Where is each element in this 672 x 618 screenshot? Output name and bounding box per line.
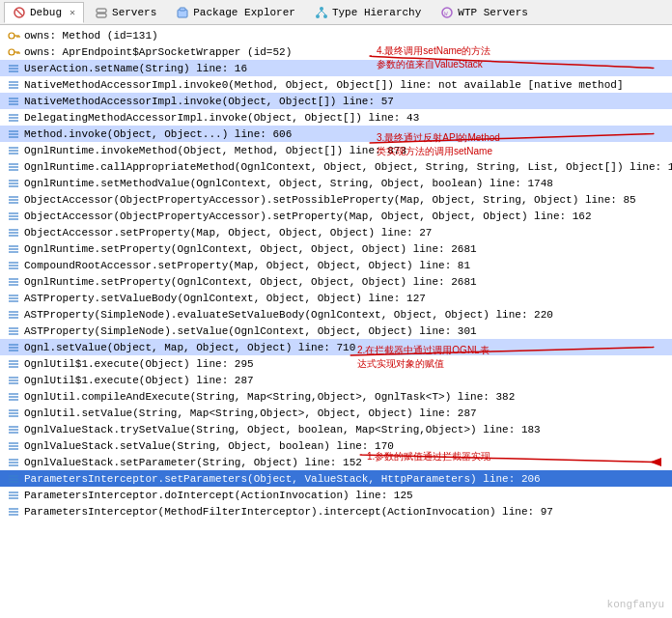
stack-frame-icon [6,356,21,372]
tab-package-label: Package Explorer [193,7,295,18]
svg-point-7 [316,14,320,18]
stack-frame-icon [6,389,21,405]
stack-frame-icon [6,291,21,306]
tab-wtp-servers[interactable]: W WTP Servers [432,2,537,23]
stack-frame-icon [6,94,21,109]
stack-frame-icon [6,159,21,175]
stack-item[interactable]: NativeMethodAccessorImpl.invoke0(Method,… [0,76,672,93]
stack-item-text: ParametersInterceptor.setParameters(Obje… [24,473,541,485]
stack-item-text: owns: Method (id=131) [24,30,158,42]
stack-item-text: OgnlRuntime.setProperty(OgnlContext, Obj… [24,243,477,255]
tab-debug-label: Debug [30,7,62,18]
stack-item[interactable]: OgnlRuntime.setMethodValue(OgnlContext, … [0,175,672,191]
stack-item[interactable]: CompoundRootAccessor.setProperty(Map, Ob… [0,257,672,273]
stack-item[interactable]: OgnlUtil$1.execute(Object) line: 295 [0,355,672,372]
stack-frame-icon [6,143,21,158]
stack-item-text: ObjectAccessor(ObjectPropertyAccessor).s… [24,211,592,222]
stack-item-text: OgnlUtil.compileAndExecute(String, Map<S… [24,391,515,403]
stack-item[interactable]: Ognl.setValue(Object, Map, Object, Objec… [0,339,672,355]
stack-item[interactable]: OgnlUtil.compileAndExecute(String, Map<S… [0,388,672,405]
stack-item-text: OgnlUtil.setValue(String, Map<String,Obj… [24,407,477,419]
stack-frame-icon [6,471,21,487]
stack-item[interactable]: ObjectAccessor.setProperty(Map, Object, … [0,224,672,240]
content-area: owns: Method (id=131)owns: AprEndpoint$A… [0,25,672,618]
tab-debug[interactable]: Debug ✕ [4,2,84,23]
stack-item[interactable]: ASTProperty.setValueBody(OgnlContext, Ob… [0,290,672,306]
stack-frame-icon [6,225,21,240]
stack-item-text: OgnlRuntime.setProperty(OgnlContext, Obj… [24,276,477,288]
stack-item-text: OgnlUtil$1.execute(Object) line: 295 [24,358,254,370]
svg-text:W: W [444,11,448,17]
stack-item-text: NativeMethodAccessorImpl.invoke(Object, … [24,96,394,107]
stack-item-text: Ognl.setValue(Object, Map, Object, Objec… [24,342,355,353]
stack-item[interactable]: OgnlRuntime.invokeMethod(Object, Method,… [0,142,672,158]
stack-item[interactable]: ParametersInterceptor(MethodFilterInterc… [0,503,672,520]
stack-item-text: ASTProperty(SimpleNode).setValue(OgnlCon… [24,325,477,337]
stack-item[interactable]: OgnlValueStack.setParameter(String, Obje… [0,454,672,470]
stack-item[interactable]: OgnlRuntime.callAppropriateMethod(OgnlCo… [0,158,672,175]
tab-package-explorer[interactable]: Package Explorer [167,2,304,23]
stack-frame-icon [6,438,21,454]
stack-item[interactable]: ASTProperty(SimpleNode).evaluateSetValue… [0,306,672,323]
stack-list: owns: Method (id=131)owns: AprEndpoint$A… [0,25,672,521]
stack-item-text: UserAction.setName(String) line: 16 [24,63,247,74]
stack-item-text: OgnlRuntime.setMethodValue(OgnlContext, … [24,178,553,189]
stack-frame-icon [6,192,21,208]
svg-point-17 [9,49,14,55]
stack-frame-icon [6,126,21,142]
stack-item[interactable]: ASTProperty(SimpleNode).setValue(OgnlCon… [0,323,672,339]
stack-item[interactable]: ParametersInterceptor.setParameters(Obje… [0,470,672,487]
stack-frame-icon [6,61,21,76]
stack-item[interactable]: DelegatingMethodAccessorImpl.invoke(Obje… [0,109,672,126]
stack-item[interactable]: OgnlValueStack.trySetValue(String, Objec… [0,421,672,437]
stack-item[interactable]: ObjectAccessor(ObjectPropertyAccessor).s… [0,208,672,224]
stack-item-text: owns: AprEndpoint$AprSocketWrapper (id=5… [24,46,292,58]
stack-item[interactable]: owns: Method (id=131) [0,27,672,43]
stack-item[interactable]: UserAction.setName(String) line: 16 [0,60,672,76]
stack-item[interactable]: OgnlRuntime.setProperty(OgnlContext, Obj… [0,273,672,290]
stack-item[interactable]: ParametersInterceptor.doIntercept(Action… [0,487,672,503]
stack-item[interactable]: NativeMethodAccessorImpl.invoke(Object, … [0,93,672,109]
stack-item[interactable]: OgnlUtil$1.execute(Object) line: 287 [0,372,672,388]
key-icon [6,28,21,43]
stack-item-text: OgnlValueStack.setParameter(String, Obje… [24,457,362,468]
stack-item[interactable]: Method.invoke(Object, Object...) line: 6… [0,126,672,142]
svg-line-1 [16,10,22,15]
servers-icon [95,6,108,19]
bug-icon [13,6,26,19]
svg-rect-3 [97,14,106,17]
package-icon [176,6,189,19]
stack-item-text: ParametersInterceptor.doIntercept(Action… [24,490,413,501]
stack-frame-icon [6,323,21,339]
stack-item[interactable]: OgnlUtil.setValue(String, Map<String,Obj… [0,405,672,421]
stack-item[interactable]: owns: AprEndpoint$AprSocketWrapper (id=5… [0,43,672,60]
stack-frame-icon [6,307,21,323]
hierarchy-icon [315,6,328,19]
stack-frame-icon [6,504,21,520]
stack-item-text: OgnlValueStack.setValue(String, Object, … [24,440,394,452]
stack-item-text: NativeMethodAccessorImpl.invoke0(Method,… [24,79,624,91]
stack-item-text: ObjectAccessor.setProperty(Map, Object, … [24,227,432,239]
stack-item-text: ObjectAccessor(ObjectPropertyAccessor).s… [24,194,636,206]
stack-item-text: ASTProperty.setValueBody(OgnlContext, Ob… [24,293,426,304]
stack-item-text: ASTProperty(SimpleNode).evaluateSetValue… [24,309,553,321]
stack-item[interactable]: ObjectAccessor(ObjectPropertyAccessor).s… [0,191,672,208]
svg-point-8 [323,14,327,18]
stack-item-text: ParametersInterceptor(MethodFilterInterc… [24,506,553,518]
tab-type-hierarchy[interactable]: Type Hierarchy [306,2,430,23]
svg-line-9 [318,11,322,14]
tab-servers[interactable]: Servers [86,2,165,23]
tab-servers-label: Servers [112,7,156,18]
stack-item[interactable]: OgnlValueStack.setValue(String, Object, … [0,437,672,454]
svg-point-13 [9,33,14,39]
stack-item[interactable]: OgnlRuntime.setProperty(OgnlContext, Obj… [0,240,672,257]
stack-frame-icon [6,422,21,437]
stack-item-text: OgnlUtil$1.execute(Object) line: 287 [24,375,254,386]
tab-debug-close[interactable]: ✕ [70,7,75,18]
stack-frame-icon [6,176,21,191]
svg-point-6 [320,7,323,11]
svg-line-10 [322,11,325,14]
watermark: kongfanyu [607,599,664,610]
stack-frame-icon [6,209,21,224]
stack-frame-icon [6,77,21,93]
